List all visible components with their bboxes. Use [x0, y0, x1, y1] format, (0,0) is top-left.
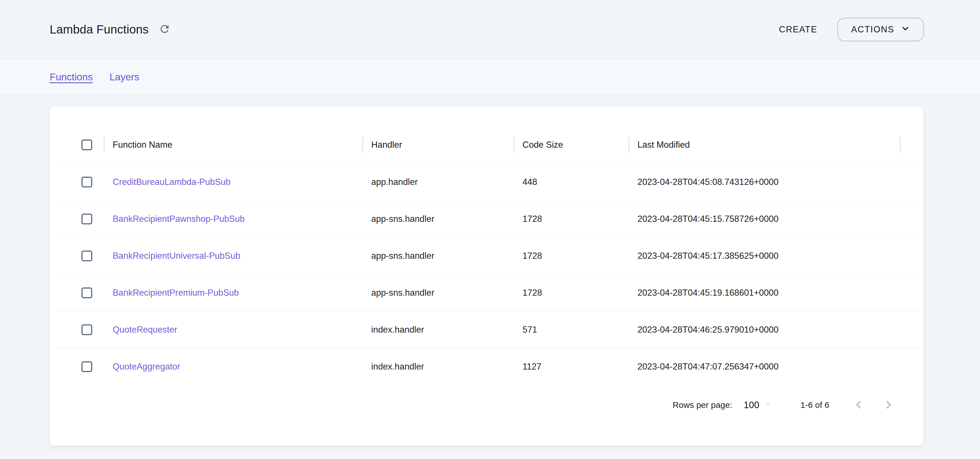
row-checkbox[interactable] [81, 324, 92, 335]
last-modified-cell: 2023-04-28T04:45:08.743126+0000 [629, 177, 901, 187]
tab-layers[interactable]: Layers [110, 71, 139, 83]
function-name-link[interactable]: BankRecipientPawnshop-PubSub [113, 214, 245, 224]
column-header-handler: Handler [363, 140, 514, 150]
create-button[interactable]: CREATE [777, 19, 819, 40]
refresh-button[interactable] [158, 23, 172, 37]
handler-cell: app-sns.handler [363, 251, 514, 261]
select-all-checkbox[interactable] [81, 139, 92, 150]
dropdown-arrow-icon [759, 399, 773, 411]
tab-bar: Functions Layers [0, 59, 980, 95]
row-checkbox[interactable] [81, 250, 92, 261]
code-size-cell: 1728 [514, 251, 629, 261]
table-header-row: Function Name Handler Code Size Last Mod… [50, 126, 924, 163]
actions-button-label: ACTIONS [851, 24, 894, 35]
column-header-code-size: Code Size [514, 140, 629, 150]
last-modified-cell: 2023-04-28T04:45:15.758726+0000 [629, 214, 901, 224]
function-name-link[interactable]: CreditBureauLambda-PubSub [113, 177, 231, 187]
table-row: BankRecipientUniversal-PubSub app-sns.ha… [50, 237, 924, 274]
previous-page-button[interactable] [852, 398, 865, 411]
function-name-link[interactable]: QuoteRequester [113, 325, 177, 335]
function-name-link[interactable]: BankRecipientPremium-PubSub [113, 288, 239, 298]
chevron-right-icon [882, 398, 895, 412]
column-header-function-name: Function Name [104, 140, 363, 150]
function-name-link[interactable]: BankRecipientUniversal-PubSub [113, 251, 240, 261]
table-row: CreditBureauLambda-PubSub app.handler 44… [50, 163, 924, 200]
pagination-bar: Rows per page: 100 1-6 of 6 [50, 391, 924, 419]
chevron-left-icon [852, 398, 865, 412]
row-checkbox[interactable] [81, 361, 92, 372]
code-size-cell: 1728 [514, 214, 629, 224]
refresh-icon [159, 23, 170, 36]
column-header-last-modified: Last Modified [629, 140, 901, 150]
rows-per-page-value: 100 [744, 400, 759, 410]
app-header: Lambda Functions CREATE ACTIONS [0, 0, 980, 59]
code-size-cell: 448 [514, 177, 629, 187]
page-title: Lambda Functions [50, 23, 149, 37]
next-page-button[interactable] [882, 398, 895, 411]
tab-functions[interactable]: Functions [50, 71, 93, 83]
last-modified-cell: 2023-04-28T04:46:25.979010+0000 [629, 325, 901, 335]
handler-cell: index.handler [363, 362, 514, 372]
row-checkbox[interactable] [81, 177, 92, 188]
row-checkbox[interactable] [81, 214, 92, 225]
code-size-cell: 571 [514, 325, 629, 335]
last-modified-cell: 2023-04-28T04:45:19.168601+0000 [629, 288, 901, 298]
last-modified-cell: 2023-04-28T04:45:17.385625+0000 [629, 251, 901, 261]
table-row: QuoteAggregator index.handler 1127 2023-… [50, 348, 924, 385]
last-modified-cell: 2023-04-28T04:47:07.256347+0000 [629, 362, 901, 372]
handler-cell: app-sns.handler [363, 214, 514, 224]
handler-cell: index.handler [363, 325, 514, 335]
code-size-cell: 1728 [514, 288, 629, 298]
table-row: BankRecipientPremium-PubSub app-sns.hand… [50, 274, 924, 311]
rows-per-page-label: Rows per page: [673, 400, 732, 410]
functions-table-card: Function Name Handler Code Size Last Mod… [50, 106, 924, 446]
actions-button[interactable]: ACTIONS [837, 18, 924, 41]
table-row: QuoteRequester index.handler 571 2023-04… [50, 311, 924, 348]
table-row: BankRecipientPawnshop-PubSub app-sns.han… [50, 200, 924, 237]
handler-cell: app.handler [363, 177, 514, 187]
row-checkbox[interactable] [81, 287, 92, 298]
pagination-range-label: 1-6 of 6 [800, 400, 829, 410]
function-name-link[interactable]: QuoteAggregator [113, 362, 180, 371]
code-size-cell: 1127 [514, 362, 629, 372]
chevron-down-icon [900, 24, 910, 35]
handler-cell: app-sns.handler [363, 288, 514, 298]
rows-per-page-select[interactable]: 100 [744, 399, 773, 411]
